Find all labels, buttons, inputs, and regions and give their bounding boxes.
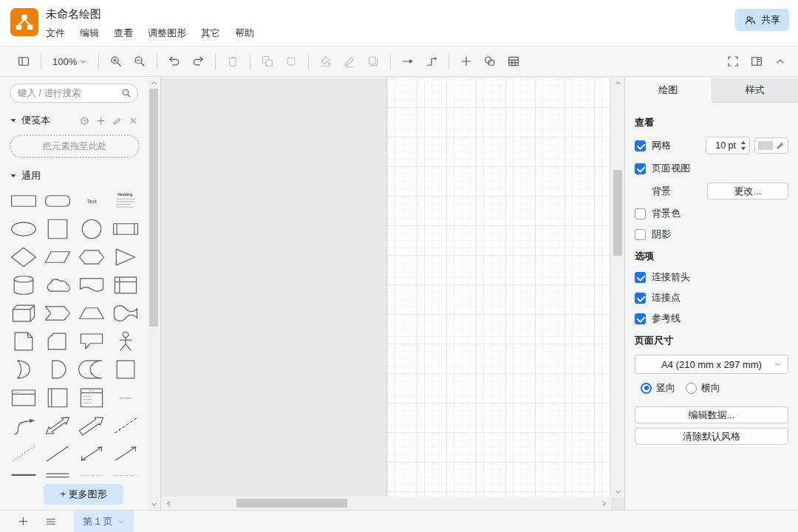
shape-horizontal-line[interactable] bbox=[7, 471, 41, 478]
scratchpad-dropzone[interactable]: 把元素拖至此处 bbox=[10, 134, 140, 158]
add-icon[interactable] bbox=[96, 116, 106, 126]
shape-callout[interactable] bbox=[75, 330, 109, 352]
pages-menu-button[interactable] bbox=[38, 511, 64, 532]
shape-list[interactable]: List bbox=[75, 386, 109, 409]
shape-document[interactable] bbox=[75, 274, 109, 296]
shape-text[interactable]: Text bbox=[75, 190, 109, 212]
portrait-radio[interactable] bbox=[641, 383, 652, 394]
page-tab[interactable]: 第 1 页 bbox=[74, 511, 134, 532]
collapse-chevron-button[interactable] bbox=[768, 50, 792, 72]
edit-pencil-icon[interactable] bbox=[112, 116, 122, 126]
shape-container[interactable] bbox=[109, 358, 143, 381]
spinner-up-icon[interactable] bbox=[740, 141, 746, 145]
menu-item-4[interactable]: 调整图形 bbox=[148, 27, 186, 40]
grid-size-input[interactable] bbox=[706, 140, 738, 151]
sidebar-scrollbar[interactable] bbox=[148, 78, 160, 510]
shape-cylinder[interactable] bbox=[7, 274, 41, 296]
landscape-radio[interactable] bbox=[686, 383, 697, 394]
grid-color-button[interactable] bbox=[754, 137, 788, 154]
drawing-page[interactable] bbox=[386, 78, 610, 497]
menu-item-5[interactable]: 其它 bbox=[201, 27, 220, 40]
shape-line[interactable] bbox=[41, 443, 75, 465]
sidebar-scrollbar-thumb[interactable] bbox=[149, 89, 158, 327]
shadow-button[interactable] bbox=[361, 50, 385, 72]
shape-diamond[interactable] bbox=[7, 246, 41, 268]
shape-vertical-container[interactable] bbox=[41, 386, 75, 409]
menu-item-2[interactable]: 编辑 bbox=[80, 27, 99, 40]
spinner-down-icon[interactable] bbox=[740, 146, 746, 150]
shape-list-item[interactable]: List Item bbox=[109, 386, 143, 409]
shape-dashed-line[interactable] bbox=[109, 415, 143, 437]
redo-button[interactable] bbox=[186, 50, 210, 72]
grid-checkbox[interactable] bbox=[635, 140, 646, 151]
shape-card[interactable] bbox=[41, 330, 75, 352]
shape-circle[interactable] bbox=[75, 218, 109, 240]
shape-link[interactable] bbox=[41, 471, 75, 478]
scroll-down-icon[interactable] bbox=[611, 486, 624, 497]
shape-tape[interactable] bbox=[109, 302, 143, 324]
zoom-level-dropdown[interactable]: 100% bbox=[47, 56, 93, 67]
shape-hexagon[interactable] bbox=[75, 246, 109, 268]
clear-default-style-button[interactable]: 清除默认风格 bbox=[635, 428, 788, 445]
delete-button[interactable] bbox=[221, 50, 245, 72]
undo-button[interactable] bbox=[163, 50, 186, 72]
menu-item-3[interactable]: 查看 bbox=[114, 27, 133, 40]
close-icon[interactable] bbox=[129, 116, 138, 126]
shape-actor[interactable] bbox=[109, 330, 143, 352]
page-view-checkbox[interactable] bbox=[635, 163, 646, 174]
fullscreen-button[interactable] bbox=[721, 50, 745, 72]
zoom-out-button[interactable] bbox=[128, 50, 151, 72]
fill-color-button[interactable] bbox=[314, 50, 338, 72]
scroll-down-icon[interactable] bbox=[148, 499, 160, 510]
shape-dotted-line[interactable] bbox=[7, 443, 41, 465]
shadow-checkbox[interactable] bbox=[635, 229, 646, 240]
option-checkbox-2[interactable] bbox=[635, 293, 646, 304]
insert-shape-button[interactable] bbox=[478, 50, 502, 72]
toggle-panel-button[interactable] bbox=[12, 50, 35, 72]
scroll-left-icon[interactable] bbox=[163, 497, 174, 510]
shape-rectangle[interactable] bbox=[7, 190, 41, 212]
shape-curve[interactable] bbox=[7, 415, 41, 437]
canvas[interactable] bbox=[161, 78, 624, 510]
shape-trapezoid[interactable] bbox=[75, 302, 109, 324]
caret-down-icon[interactable] bbox=[10, 117, 17, 124]
shape-horizontal-container[interactable] bbox=[7, 386, 41, 409]
format-panel-button[interactable] bbox=[745, 50, 768, 72]
horizontal-scrollbar[interactable] bbox=[161, 497, 611, 510]
shape-bidirectional-arrow[interactable] bbox=[41, 415, 75, 437]
shape-data-storage[interactable] bbox=[75, 358, 109, 381]
shape-and[interactable] bbox=[41, 358, 75, 381]
shape-search-input[interactable] bbox=[10, 83, 138, 103]
portrait-option[interactable]: 竖向 bbox=[641, 381, 675, 395]
option-checkbox-3[interactable] bbox=[635, 313, 646, 324]
waypoint-arrow-button[interactable] bbox=[396, 50, 420, 72]
shape-parallelogram[interactable] bbox=[41, 246, 75, 268]
vertical-scrollbar[interactable] bbox=[611, 78, 624, 497]
tab-style[interactable]: 样式 bbox=[712, 78, 798, 102]
shape-internal-storage[interactable] bbox=[109, 274, 143, 296]
shape-cube[interactable] bbox=[7, 302, 41, 324]
horizontal-scrollbar-thumb[interactable] bbox=[236, 499, 347, 508]
caret-down-icon[interactable] bbox=[10, 172, 17, 180]
shape-square[interactable] bbox=[41, 218, 75, 240]
shape-triangle[interactable] bbox=[109, 246, 143, 268]
tab-diagram[interactable]: 绘图 bbox=[625, 78, 712, 102]
to-back-button[interactable] bbox=[279, 50, 303, 72]
line-color-button[interactable] bbox=[338, 50, 361, 72]
shape-step[interactable] bbox=[41, 302, 75, 324]
menu-item-1[interactable]: 文件 bbox=[46, 27, 65, 40]
landscape-option[interactable]: 横向 bbox=[686, 381, 720, 395]
shape-cloud[interactable] bbox=[41, 274, 75, 296]
paper-size-select[interactable]: A4 (210 mm x 297 mm) bbox=[635, 355, 788, 374]
share-button[interactable]: 共享 bbox=[735, 9, 789, 31]
to-front-button[interactable] bbox=[256, 50, 279, 72]
help-icon[interactable]: ? bbox=[80, 116, 89, 126]
vertical-scrollbar-thumb[interactable] bbox=[613, 170, 622, 256]
menu-item-6[interactable]: 帮助 bbox=[235, 27, 254, 40]
more-shapes-button[interactable]: + 更多图形 bbox=[44, 484, 123, 505]
scroll-up-icon[interactable] bbox=[148, 78, 160, 89]
insert-plus-button[interactable] bbox=[454, 50, 478, 72]
shape-textbox[interactable]: Heading bbox=[109, 190, 143, 212]
shape-labeled-link[interactable] bbox=[109, 471, 143, 478]
shape-note[interactable] bbox=[7, 330, 41, 352]
